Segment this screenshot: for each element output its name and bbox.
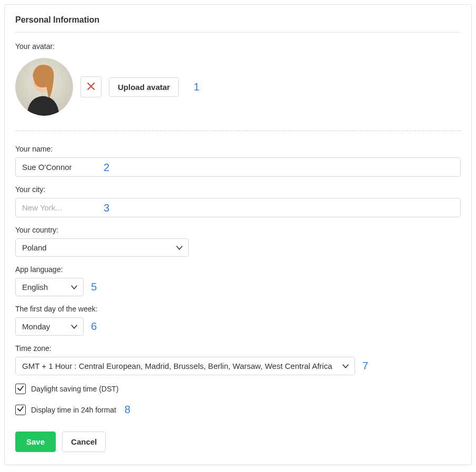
annotation-6: 6 bbox=[91, 320, 97, 333]
timezone-select[interactable]: GMT + 1 Hour : Central European, Madrid,… bbox=[15, 357, 355, 375]
timezone-label: Time zone: bbox=[15, 344, 461, 353]
city-input[interactable] bbox=[15, 198, 461, 217]
save-button[interactable]: Save bbox=[15, 431, 56, 452]
week-start-select[interactable]: Monday bbox=[15, 317, 84, 336]
country-select-value: Poland bbox=[22, 243, 47, 252]
week-start-select-value: Monday bbox=[22, 322, 50, 331]
annotation-7: 7 bbox=[362, 360, 368, 372]
chevron-down-icon bbox=[176, 244, 183, 252]
chevron-down-icon bbox=[70, 323, 78, 330]
annotation-1: 1 bbox=[194, 81, 199, 93]
avatar bbox=[15, 58, 73, 116]
annotation-5: 5 bbox=[91, 281, 97, 293]
cancel-button[interactable]: Cancel bbox=[62, 431, 106, 452]
chevron-down-icon bbox=[342, 363, 349, 370]
week-start-label: The first day of the week: bbox=[15, 305, 461, 313]
dst-checkbox[interactable] bbox=[15, 384, 26, 394]
language-label: App language: bbox=[15, 265, 461, 274]
name-label: Your name: bbox=[15, 145, 461, 153]
country-select[interactable]: Poland bbox=[15, 238, 189, 257]
chevron-down-icon bbox=[70, 284, 78, 291]
city-label: Your city: bbox=[15, 185, 461, 194]
check-icon bbox=[17, 405, 24, 414]
personal-information-panel: Personal Information Your avatar: bbox=[4, 4, 472, 465]
time24h-label: Display time in 24h format bbox=[31, 406, 116, 414]
country-label: Your country: bbox=[15, 226, 461, 234]
close-icon bbox=[87, 82, 95, 92]
divider bbox=[15, 32, 461, 33]
dst-label: Daylight saving time (DST) bbox=[31, 385, 119, 393]
timezone-select-value: GMT + 1 Hour : Central European, Madrid,… bbox=[22, 361, 332, 370]
upload-avatar-button[interactable]: Upload avatar bbox=[109, 77, 179, 97]
name-input[interactable] bbox=[15, 157, 461, 177]
language-select[interactable]: English bbox=[15, 278, 84, 296]
remove-avatar-button[interactable] bbox=[80, 76, 102, 97]
language-select-value: English bbox=[22, 283, 48, 292]
time24h-checkbox[interactable] bbox=[15, 405, 26, 415]
avatar-image bbox=[15, 58, 73, 116]
panel-title: Personal Information bbox=[15, 15, 461, 25]
annotation-8: 8 bbox=[125, 404, 130, 416]
divider-dashed bbox=[15, 130, 461, 131]
avatar-label: Your avatar: bbox=[15, 42, 461, 51]
check-icon bbox=[17, 385, 24, 394]
